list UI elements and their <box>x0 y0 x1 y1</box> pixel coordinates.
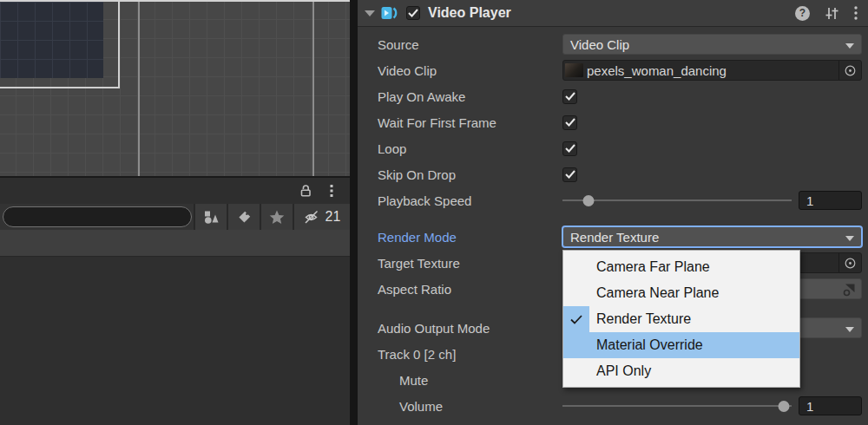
component-header: Video Player ? <box>358 0 868 27</box>
wait-for-first-frame-label: Wait For First Frame <box>378 115 558 130</box>
left-panel: 21 <box>0 0 350 425</box>
slider-track <box>562 405 792 407</box>
visibility-off-icon <box>304 210 324 225</box>
lock-open-icon[interactable] <box>293 178 319 204</box>
hidden-objects-count: 21 <box>326 209 341 225</box>
inspector-panel: Video Player ? Sourc <box>358 0 868 425</box>
volume-field[interactable]: 1 <box>799 396 862 415</box>
star-favorites-button[interactable] <box>260 204 293 230</box>
popup-item-label: Render Texture <box>596 311 691 327</box>
playback-speed-field[interactable]: 1 <box>799 191 862 210</box>
render-mode-value: Render Texture <box>570 230 659 245</box>
kebab-menu-icon[interactable] <box>854 6 858 20</box>
source-label: Source <box>378 37 558 52</box>
row-play-on-awake: Play On Awake <box>358 83 868 109</box>
check-gutter <box>563 254 589 280</box>
kebab-menu-icon[interactable] <box>319 178 345 204</box>
popup-item-label: Camera Far Plane <box>596 259 710 275</box>
presets-icon[interactable] <box>825 6 839 21</box>
hidden-objects-button[interactable]: 21 <box>293 204 350 230</box>
component-enabled-checkbox[interactable] <box>406 6 420 20</box>
loop-checkbox[interactable] <box>562 141 577 156</box>
video-clip-label: Video Clip <box>378 63 558 78</box>
mute-label: Mute <box>399 373 558 388</box>
checkmark-icon <box>570 315 582 324</box>
wait-for-first-frame-checkbox[interactable] <box>562 115 577 130</box>
play-on-awake-checkbox[interactable] <box>562 89 577 104</box>
panel-header-bar <box>0 176 350 204</box>
source-dropdown[interactable]: Video Clip <box>562 34 862 55</box>
skip-on-drop-checkbox[interactable] <box>562 167 577 182</box>
object-picker-icon[interactable] <box>838 253 861 272</box>
popup-item-material-override[interactable]: Material Override <box>563 332 799 358</box>
volume-label: Volume <box>399 399 558 414</box>
video-clip-object-field[interactable]: pexels_woman_dancing <box>562 60 862 81</box>
object-picker-icon[interactable] <box>838 61 861 80</box>
check-gutter <box>563 280 589 306</box>
tag-filter-button[interactable] <box>227 204 260 230</box>
check-gutter <box>563 358 589 384</box>
help-icon[interactable]: ? <box>795 6 810 21</box>
grid-major-line <box>312 0 314 176</box>
row-loop: Loop <box>358 135 868 161</box>
scene-view[interactable] <box>0 0 350 176</box>
canvas-top-edge <box>0 0 350 2</box>
video-player-icon <box>381 6 399 20</box>
playback-speed-slider[interactable] <box>562 190 792 211</box>
slider-handle[interactable] <box>778 401 789 412</box>
popup-item-render-texture[interactable]: Render Texture <box>563 306 799 332</box>
target-texture-label: Target Texture <box>378 256 558 271</box>
filter-by-type-button[interactable] <box>194 204 227 230</box>
row-render-mode: Render Mode Render Texture <box>358 224 868 250</box>
panel-divider[interactable] <box>350 0 358 425</box>
track-0-label: Track 0 [2 ch] <box>378 347 558 362</box>
play-on-awake-label: Play On Awake <box>378 89 558 104</box>
row-source: Source Video Clip <box>358 31 868 57</box>
volume-slider[interactable] <box>562 396 792 416</box>
popup-item-label: Material Override <box>596 337 703 353</box>
popup-item-label: API Only <box>596 363 651 379</box>
mouse-cursor-icon <box>841 282 857 298</box>
foldout-arrow-icon[interactable] <box>365 10 375 16</box>
dropdown-arrow-icon <box>845 236 854 241</box>
video-clip-value: pexels_woman_dancing <box>587 63 727 78</box>
check-gutter <box>563 306 589 332</box>
slider-track <box>562 199 792 201</box>
search-input[interactable] <box>3 206 192 227</box>
playback-speed-label: Playback Speed <box>378 193 558 208</box>
canvas-outline <box>0 0 120 88</box>
render-mode-dropdown[interactable]: Render Texture <box>562 226 862 247</box>
loop-label: Loop <box>378 141 558 156</box>
render-mode-popup: Camera Far Plane Camera Near Plane Rende… <box>562 250 800 388</box>
panel-body <box>0 257 350 425</box>
row-wait-for-first-frame: Wait For First Frame <box>358 109 868 135</box>
row-volume: Volume 1 <box>358 393 868 419</box>
row-skip-on-drop: Skip On Drop <box>358 161 868 187</box>
popup-item-api-only[interactable]: API Only <box>563 358 799 384</box>
popup-item-label: Camera Near Plane <box>596 285 719 301</box>
sub-header-band <box>0 230 350 257</box>
source-value: Video Clip <box>570 37 629 52</box>
video-clip-thumbnail <box>565 63 583 77</box>
render-mode-label: Render Mode <box>378 230 558 245</box>
aspect-ratio-label: Aspect Ratio <box>378 282 558 297</box>
dropdown-arrow-icon <box>845 327 854 332</box>
skip-on-drop-label: Skip On Drop <box>378 167 558 182</box>
dropdown-arrow-icon <box>845 43 854 49</box>
audio-output-mode-label: Audio Output Mode <box>378 321 558 336</box>
grid-major-line <box>138 0 140 176</box>
search-toolbar: 21 <box>0 204 350 230</box>
row-playback-speed: Playback Speed 1 <box>358 187 868 213</box>
check-gutter <box>563 332 589 358</box>
popup-item-camera-far-plane[interactable]: Camera Far Plane <box>563 254 799 280</box>
slider-handle[interactable] <box>583 195 595 206</box>
row-video-clip: Video Clip pexels_woman_dancing <box>358 57 868 83</box>
component-title: Video Player <box>428 5 795 21</box>
popup-item-camera-near-plane[interactable]: Camera Near Plane <box>563 280 799 306</box>
